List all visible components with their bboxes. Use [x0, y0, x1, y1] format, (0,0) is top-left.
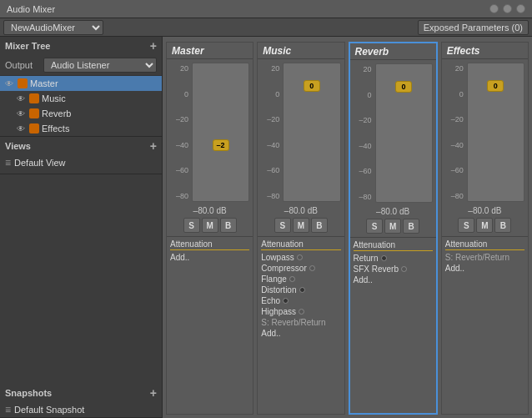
master-bypass-button[interactable]: B — [220, 218, 237, 233]
master-db-scale: 20 0 –20 –40 –60 –80 — [170, 63, 190, 202]
effects-add-link[interactable]: Add.. — [445, 263, 524, 274]
mixer-name-dropdown[interactable]: NewAudioMixer — [3, 20, 103, 35]
reverb-solo-button[interactable]: S — [366, 219, 383, 234]
snapshots-header: Snapshots + — [0, 384, 162, 402]
master-smb-buttons: S M B — [167, 216, 253, 236]
reverb-effect-return[interactable]: Return — [354, 253, 433, 264]
snapshots-add-button[interactable]: + — [150, 387, 157, 399]
music-bypass-button[interactable]: B — [311, 218, 328, 233]
echo-dot — [283, 298, 289, 304]
reverb-fader-area: 20 0 –20 –40 –60 –80 0 — [350, 60, 436, 206]
snapshot-dash-icon: ≡ — [5, 404, 11, 415]
effects-mute-button[interactable]: M — [476, 218, 493, 233]
master-add-link[interactable]: Add.. — [170, 252, 249, 263]
views-header: Views + — [0, 137, 162, 155]
content-area: Master 20 0 –20 –40 –60 –80 –2 –80.0 dB — [163, 37, 532, 418]
music-effect-lowpass[interactable]: Lowpass — [261, 252, 340, 263]
tree-item-reverb[interactable]: 👁 Reverb — [0, 106, 162, 121]
music-effect-highpass[interactable]: Highpass — [261, 306, 340, 317]
return-dot — [381, 255, 387, 261]
output-dropdown[interactable]: Audio Listener — [43, 58, 157, 73]
effects-fader-track[interactable]: 0 — [467, 63, 524, 202]
master-attenuation-header: Attenuation — [170, 239, 249, 250]
effects-color-dot — [29, 123, 39, 133]
highpass-label: Highpass — [261, 307, 296, 316]
eye-icon-music: 👁 — [15, 93, 27, 104]
effects-db-scale: 20 0 –20 –40 –60 –80 — [445, 63, 465, 202]
close-button[interactable] — [516, 4, 525, 13]
dash-icon: ≡ — [5, 157, 11, 169]
music-send-label: S: Reverb/Return — [261, 318, 325, 327]
music-db-scale: 20 0 –20 –40 –60 –80 — [261, 63, 281, 202]
music-effect-compressor[interactable]: Compressor — [261, 263, 340, 274]
views-add-button[interactable]: + — [150, 140, 157, 152]
reverb-add-link[interactable]: Add.. — [354, 274, 433, 285]
tree-item-master[interactable]: 👁 Master — [0, 76, 162, 91]
effects-db-label: –80.0 dB — [442, 205, 528, 216]
reverb-effect-sfx[interactable]: SFX Reverb — [354, 264, 433, 274]
reverb-fader-track[interactable]: 0 — [375, 63, 433, 203]
reverb-color-dot — [29, 108, 39, 118]
effects-send-reverb[interactable]: S: Reverb/Return — [445, 252, 524, 263]
music-fader-handle[interactable]: 0 — [304, 80, 320, 92]
master-fader-track[interactable]: –2 — [192, 63, 249, 202]
music-send-reverb[interactable]: S: Reverb/Return — [261, 317, 340, 328]
tree-item-effects[interactable]: 👁 Effects — [0, 121, 162, 136]
main-layout: Mixer Tree + Output Audio Listener 👁 Mas… — [0, 37, 532, 418]
music-mute-button[interactable]: M — [293, 218, 309, 233]
exposed-params-button[interactable]: Exposed Parameters (0) — [418, 20, 529, 35]
reverb-attenuation-header: Attenuation — [354, 240, 433, 251]
output-row: Output Audio Listener — [0, 55, 162, 76]
default-snapshot-item[interactable]: ≡ Default Snapshot — [0, 402, 162, 417]
eye-icon-effects: 👁 — [15, 123, 27, 134]
effects-title: Effects — [442, 43, 528, 59]
channel-master: Master 20 0 –20 –40 –60 –80 –2 –80.0 dB — [166, 42, 253, 415]
views-label: Views — [5, 141, 31, 151]
tree-item-music[interactable]: 👁 Music — [0, 91, 162, 106]
mixer-tree-label: Mixer Tree — [5, 41, 50, 51]
effects-fader-value: 0 — [487, 80, 504, 92]
window-controls — [489, 4, 525, 13]
views-section: Views + ≡ Default View — [0, 137, 162, 174]
reverb-fader-value: 0 — [395, 81, 412, 93]
compressor-dot — [309, 265, 315, 271]
reverb-mute-button[interactable]: M — [384, 219, 401, 234]
lowpass-dot — [297, 254, 303, 260]
effects-smb-buttons: S M B — [442, 216, 528, 236]
reverb-smb-buttons: S M B — [350, 217, 436, 237]
master-mute-button[interactable]: M — [202, 218, 218, 233]
default-view-item[interactable]: ≡ Default View — [0, 155, 162, 170]
compressor-label: Compressor — [261, 264, 306, 273]
title-bar: Audio Mixer — [0, 0, 532, 18]
mixer-tree-add-button[interactable]: + — [150, 40, 157, 52]
music-solo-button[interactable]: S — [274, 218, 291, 233]
master-fader-handle[interactable]: –2 — [213, 139, 229, 151]
music-add-link[interactable]: Add.. — [261, 328, 340, 339]
master-effects-list: Attenuation Add.. — [167, 236, 253, 414]
effects-bypass-button[interactable]: B — [494, 218, 511, 233]
echo-label: Echo — [261, 296, 280, 305]
reverb-fader-handle[interactable]: 0 — [395, 81, 412, 93]
reverb-bypass-button[interactable]: B — [403, 219, 419, 234]
music-color-dot — [29, 93, 39, 103]
master-color-dot — [18, 78, 28, 88]
toolbar-right: Exposed Parameters (0) — [418, 20, 529, 35]
lowpass-label: Lowpass — [261, 253, 294, 262]
effects-fader-handle[interactable]: 0 — [487, 80, 504, 92]
distortion-label: Distortion — [261, 285, 296, 295]
effects-solo-button[interactable]: S — [458, 218, 474, 233]
music-fader-track[interactable]: 0 — [283, 63, 340, 202]
maximize-button[interactable] — [503, 4, 512, 13]
music-effect-echo[interactable]: Echo — [261, 295, 340, 306]
music-effect-flange[interactable]: Flange — [261, 274, 340, 285]
toolbar: NewAudioMixer Exposed Parameters (0) — [0, 18, 532, 37]
master-solo-button[interactable]: S — [183, 218, 200, 233]
default-view-label: Default View — [14, 158, 66, 168]
snapshots-label: Snapshots — [5, 388, 52, 398]
reverb-title: Reverb — [350, 43, 436, 60]
music-effect-distortion[interactable]: Distortion — [261, 285, 340, 295]
music-attenuation-header: Attenuation — [261, 239, 340, 250]
channel-effects: Effects 20 0 –20 –40 –60 –80 0 –80.0 dB — [441, 42, 529, 415]
minimize-button[interactable] — [489, 4, 499, 13]
music-title: Music — [258, 43, 344, 59]
